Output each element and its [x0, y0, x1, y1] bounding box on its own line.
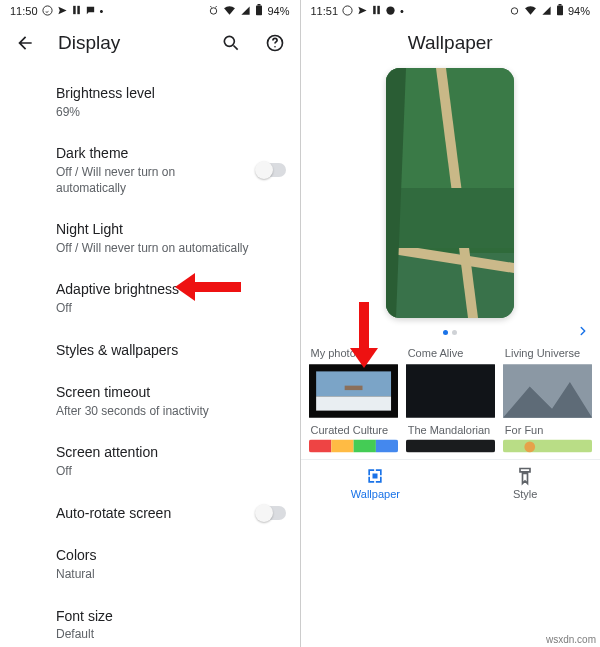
- tab-wallpaper[interactable]: Wallpaper: [301, 460, 451, 504]
- header: Wallpaper: [301, 22, 601, 68]
- svg-rect-14: [557, 6, 563, 16]
- dot-active: [443, 330, 448, 335]
- item-title: Styles & wallpapers: [56, 341, 286, 360]
- category-label: The Mandalorian: [406, 420, 495, 439]
- adaptive-brightness-item[interactable]: Adaptive brightness Off: [56, 268, 286, 328]
- category-label: For Fun: [503, 420, 592, 439]
- wifi-icon: [223, 5, 236, 18]
- status-time: 11:50: [10, 5, 38, 17]
- svg-rect-11: [377, 6, 380, 14]
- font-size-item[interactable]: Font size Default: [56, 595, 286, 647]
- svg-point-9: [343, 5, 352, 14]
- svg-rect-24: [406, 364, 495, 418]
- pause-icon: [372, 5, 381, 17]
- item-title: Night Light: [56, 220, 286, 239]
- send-icon: [57, 5, 68, 18]
- item-sub: Off / Will never turn on automatically: [56, 240, 286, 256]
- category-mandalorian[interactable]: The Mandalorian: [406, 420, 495, 453]
- svg-point-13: [511, 7, 517, 13]
- svg-rect-26: [309, 440, 331, 452]
- svg-rect-4: [256, 6, 262, 16]
- item-sub: Default: [56, 626, 286, 642]
- svg-rect-23: [344, 386, 362, 390]
- wallpaper-preview-area: [301, 68, 601, 322]
- wallpaper-categories: My photos Come Alive Living Universe Cur…: [301, 343, 601, 453]
- brightness-level-item[interactable]: Brightness level 69%: [56, 72, 286, 132]
- wallpaper-screen: 11:51 • 94% Wallpaper: [301, 0, 601, 647]
- watermark: wsxdn.com: [546, 634, 596, 645]
- signal-icon: [541, 5, 552, 18]
- svg-point-6: [224, 36, 234, 46]
- page-indicator: [301, 322, 601, 343]
- more-icon: •: [400, 5, 404, 17]
- svg-rect-19: [386, 188, 514, 248]
- svg-rect-33: [373, 474, 378, 479]
- svg-point-12: [386, 6, 394, 14]
- screen-timeout-item[interactable]: Screen timeout After 30 seconds of inact…: [56, 371, 286, 431]
- styles-wallpapers-item[interactable]: Styles & wallpapers: [56, 329, 286, 372]
- bottom-tabs: Wallpaper Style: [301, 459, 601, 504]
- settings-list: Brightness level 69% Dark theme Off / Wi…: [0, 72, 300, 647]
- category-my-photos[interactable]: My photos: [309, 343, 398, 420]
- tab-label: Style: [450, 488, 600, 500]
- category-living-universe[interactable]: Living Universe: [503, 343, 592, 420]
- help-button[interactable]: [264, 32, 286, 54]
- svg-rect-31: [503, 440, 592, 452]
- status-bar: 11:50 • 94%: [0, 0, 300, 22]
- category-for-fun[interactable]: For Fun: [503, 420, 592, 453]
- svg-rect-21: [316, 371, 391, 396]
- status-time: 11:51: [311, 5, 339, 17]
- display-settings-screen: 11:50 • 94% Display: [0, 0, 301, 647]
- page-title: Display: [58, 32, 198, 54]
- svg-point-8: [274, 46, 276, 48]
- svg-rect-15: [558, 4, 561, 6]
- alarm-icon: [208, 5, 219, 18]
- battery-pct: 94%: [568, 5, 590, 17]
- item-title: Font size: [56, 607, 286, 626]
- chat-icon: [85, 5, 96, 18]
- next-button[interactable]: [576, 321, 590, 345]
- app-icon: [385, 5, 396, 18]
- status-bar: 11:51 • 94%: [301, 0, 601, 22]
- item-sub: Natural: [56, 566, 286, 582]
- more-icon: •: [100, 5, 104, 17]
- svg-rect-5: [258, 4, 261, 6]
- dot: [452, 330, 457, 335]
- svg-rect-30: [406, 440, 495, 452]
- svg-rect-22: [316, 396, 391, 410]
- item-sub: 69%: [56, 104, 286, 120]
- dark-theme-item[interactable]: Dark theme Off / Will never turn on auto…: [56, 132, 286, 208]
- auto-rotate-toggle[interactable]: [256, 506, 286, 520]
- tab-style[interactable]: Style: [450, 460, 600, 504]
- night-light-item[interactable]: Night Light Off / Will never turn on aut…: [56, 208, 286, 268]
- wallpaper-preview[interactable]: [386, 68, 514, 318]
- svg-point-3: [211, 7, 217, 13]
- pause-icon: [72, 5, 81, 17]
- tab-label: Wallpaper: [301, 488, 451, 500]
- category-come-alive[interactable]: Come Alive: [406, 343, 495, 420]
- auto-rotate-item[interactable]: Auto-rotate screen: [56, 492, 286, 535]
- battery-pct: 94%: [267, 5, 289, 17]
- item-title: Screen attention: [56, 443, 286, 462]
- back-button[interactable]: [14, 32, 36, 54]
- search-button[interactable]: [220, 32, 242, 54]
- item-title: Screen timeout: [56, 383, 286, 402]
- page-title: Wallpaper: [315, 32, 587, 54]
- screen-attention-item[interactable]: Screen attention Off: [56, 431, 286, 491]
- colors-item[interactable]: Colors Natural: [56, 534, 286, 594]
- svg-rect-10: [373, 6, 376, 14]
- category-curated-culture[interactable]: Curated Culture: [309, 420, 398, 453]
- item-title: Brightness level: [56, 84, 286, 103]
- item-sub: Off: [56, 463, 286, 479]
- alarm-icon: [509, 5, 520, 18]
- svg-point-0: [42, 5, 51, 14]
- battery-icon: [556, 4, 564, 18]
- dark-theme-toggle[interactable]: [256, 163, 286, 177]
- svg-rect-28: [353, 440, 375, 452]
- send-icon: [357, 5, 368, 18]
- item-sub: After 30 seconds of inactivity: [56, 403, 286, 419]
- item-title: Dark theme: [56, 144, 206, 163]
- item-title: Adaptive brightness: [56, 280, 286, 299]
- header: Display: [0, 22, 300, 72]
- svg-point-32: [524, 442, 535, 453]
